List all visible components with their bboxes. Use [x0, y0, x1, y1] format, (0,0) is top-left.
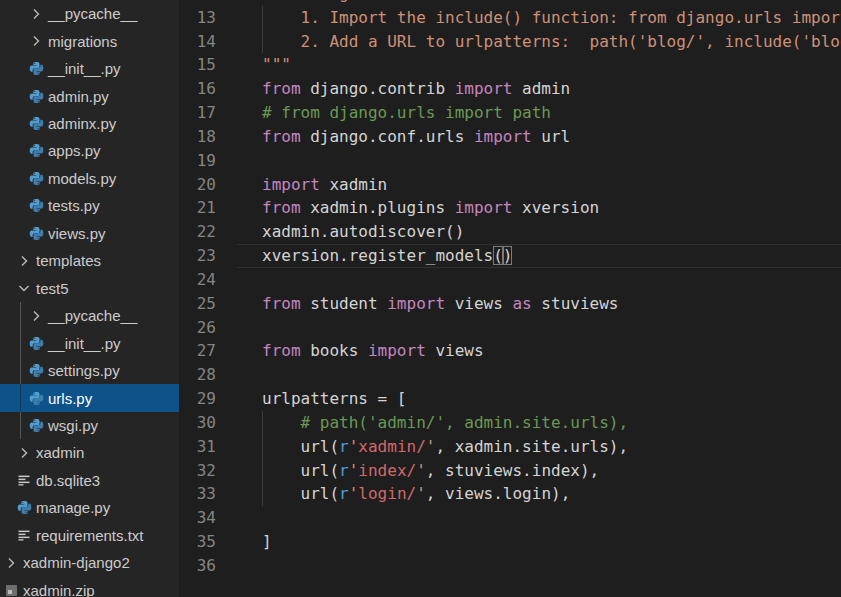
explorer-item-test5[interactable]: test5	[0, 275, 179, 302]
explorer-item-label: settings.py	[48, 362, 120, 379]
explorer-item-label: admin.py	[48, 88, 109, 105]
code-line-23[interactable]: 23xversion.register_models()	[179, 244, 841, 268]
explorer-item-urls-py[interactable]: urls.py	[0, 384, 179, 411]
python-icon	[28, 61, 44, 77]
code-line-27[interactable]: 27from books import views	[179, 339, 841, 363]
explorer-item-label: xadmin.zip	[23, 582, 95, 597]
code-line-13[interactable]: 13 1. Import the include() function: fro…	[179, 6, 841, 30]
python-icon	[28, 116, 44, 132]
python-icon	[28, 363, 44, 379]
line-number: 19	[179, 149, 216, 173]
explorer-item-xadmin-zip[interactable]: xadmin.zip	[0, 576, 179, 597]
line-number: 18	[179, 125, 216, 149]
explorer-item--pycache-[interactable]: __pycache__	[0, 0, 179, 27]
code-line-22[interactable]: 22xadmin.autodiscover()	[179, 220, 841, 244]
code-line-15[interactable]: 15"""	[179, 53, 841, 77]
line-number: 13	[179, 6, 216, 30]
matched-bracket: )	[503, 246, 513, 265]
code-line-34[interactable]: 34	[179, 506, 841, 530]
code-text: url(r'index/', stuviews.index),	[262, 459, 599, 483]
code-text: ]	[262, 530, 272, 554]
explorer-item-views-py[interactable]: views.py	[0, 220, 179, 247]
line-number: 31	[179, 435, 216, 459]
code-line-29[interactable]: 29urlpatterns = [	[179, 387, 841, 411]
code-line-20[interactable]: 20import xadmin	[179, 173, 841, 197]
line-number: 35	[179, 530, 216, 554]
code-line-36[interactable]: 36	[179, 554, 841, 578]
python-icon	[28, 143, 44, 159]
code-line-33[interactable]: 33 url(r'login/', views.login),	[179, 482, 841, 506]
code-line-14[interactable]: 14 2. Add a URL to urlpatterns: path('bl…	[179, 30, 841, 54]
code-line-25[interactable]: 25from student import views as stuviews	[179, 292, 841, 316]
explorer-item-models-py[interactable]: models.py	[0, 165, 179, 192]
explorer-item-db-sqlite3[interactable]: db.sqlite3	[0, 467, 179, 494]
line-number: 30	[179, 411, 216, 435]
explorer-item-xadmin-django2[interactable]: xadmin-django2	[0, 549, 179, 576]
explorer-item-label: views.py	[48, 225, 106, 242]
explorer-item-label: xadmin-django2	[23, 554, 130, 571]
code-line-32[interactable]: 32 url(r'index/', stuviews.index),	[179, 459, 841, 483]
text-file-icon	[16, 527, 32, 543]
line-number: 24	[179, 268, 216, 292]
line-number: 27	[179, 339, 216, 363]
chevron-down-icon	[16, 280, 32, 296]
python-icon	[28, 88, 44, 104]
explorer-item-label: migrations	[48, 33, 117, 50]
python-icon	[28, 390, 44, 406]
line-number: 21	[179, 196, 216, 220]
explorer-item-manage-py[interactable]: manage.py	[0, 494, 179, 521]
code-text: urlpatterns = [	[262, 387, 407, 411]
line-number: 33	[179, 482, 216, 506]
explorer-item-migrations[interactable]: migrations	[0, 27, 179, 54]
line-number: 14	[179, 30, 216, 54]
code-line-18[interactable]: 18from django.conf.urls import url	[179, 125, 841, 149]
explorer-item-apps-py[interactable]: apps.py	[0, 137, 179, 164]
explorer-item-xadmin[interactable]: xadmin	[0, 439, 179, 466]
code-text: from student import views as stuviews	[262, 292, 618, 316]
code-text: # from django.urls import path	[262, 101, 551, 125]
python-icon	[28, 417, 44, 433]
explorer-item-wsgi-py[interactable]: wsgi.py	[0, 412, 179, 439]
explorer-item-admin-py[interactable]: admin.py	[0, 82, 179, 109]
line-number: 34	[179, 506, 216, 530]
code-text: import xadmin	[262, 173, 387, 197]
code-line-19[interactable]: 19	[179, 149, 841, 173]
explorer-item-templates[interactable]: templates	[0, 247, 179, 274]
code-line-16[interactable]: 16from django.contrib import admin	[179, 77, 841, 101]
explorer-item--pycache-[interactable]: __pycache__	[0, 302, 179, 329]
explorer-item-label: adminx.py	[48, 115, 116, 132]
line-number: 20	[179, 173, 216, 197]
code-line-26[interactable]: 26	[179, 316, 841, 340]
explorer-item-adminx-py[interactable]: adminx.py	[0, 110, 179, 137]
code-text: from books import views	[262, 339, 484, 363]
explorer-item-label: db.sqlite3	[36, 472, 100, 489]
explorer-item-settings-py[interactable]: settings.py	[0, 357, 179, 384]
code-line-21[interactable]: 21from xadmin.plugins import xversion	[179, 196, 841, 220]
code-text: url(r'login/', views.login),	[262, 482, 570, 506]
line-number: 16	[179, 77, 216, 101]
code-line-30[interactable]: 30 # path('admin/', admin.site.urls),	[179, 411, 841, 435]
code-line-35[interactable]: 35]	[179, 530, 841, 554]
explorer-item-tests-py[interactable]: tests.py	[0, 192, 179, 219]
code-line-28[interactable]: 28	[179, 363, 841, 387]
line-number: 26	[179, 316, 216, 340]
code-line-31[interactable]: 31 url(r'xadmin/', xadmin.site.urls),	[179, 435, 841, 459]
explorer-item-label: xadmin	[36, 444, 84, 461]
explorer-item-label: tests.py	[48, 197, 100, 214]
explorer-item--init-py[interactable]: __init__.py	[0, 329, 179, 356]
chevron-right-icon	[28, 33, 44, 49]
code-line-17[interactable]: 17# from django.urls import path	[179, 101, 841, 125]
code-text: xadmin.autodiscover()	[262, 220, 464, 244]
explorer-item-label: __pycache__	[48, 307, 137, 324]
python-icon	[28, 335, 44, 351]
python-icon	[28, 198, 44, 214]
chevron-right-icon	[28, 6, 44, 22]
code-editor[interactable]: 12Including another URLconf13 1. Import …	[179, 0, 841, 597]
line-number: 25	[179, 292, 216, 316]
code-line-24[interactable]: 24	[179, 268, 841, 292]
line-number: 28	[179, 363, 216, 387]
code-text: from django.conf.urls import url	[262, 125, 570, 149]
file-explorer: __pycache__migrations__init__.pyadmin.py…	[0, 0, 179, 597]
explorer-item-requirements-txt[interactable]: requirements.txt	[0, 522, 179, 549]
explorer-item--init-py[interactable]: __init__.py	[0, 55, 179, 82]
